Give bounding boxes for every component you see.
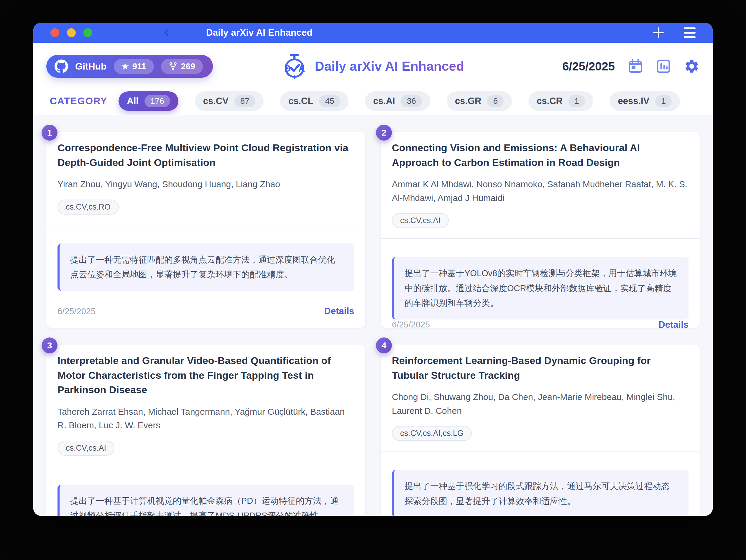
paper-number-badge: 2 [376, 125, 392, 141]
chip-label: cs.CL [288, 96, 313, 107]
paper-card: 3 Interpretable and Granular Video-Based… [46, 345, 365, 516]
paper-category-tag: cs.CV,cs.AI,cs.LG [392, 426, 472, 441]
card-footer: 6/25/2025 Details [392, 320, 689, 331]
fork-icon [169, 62, 177, 71]
paper-number-badge: 3 [41, 337, 57, 353]
window-title: Daily arXiv AI Enhanced [206, 27, 313, 38]
back-chevron-icon[interactable] [163, 27, 171, 38]
category-chip-cs-cl[interactable]: cs.CL 45 [280, 91, 348, 111]
paper-authors: Tahereh Zarrat Ehsan, Michael Tangermann… [57, 405, 354, 432]
bar-chart-icon [656, 59, 671, 74]
close-button[interactable] [51, 28, 59, 37]
titlebar-actions [653, 27, 695, 39]
app-header: GitHub ★911 269 D A Daily arXiv AI En [33, 43, 713, 90]
paper-category-tag: cs.CV,cs.AI [57, 441, 114, 456]
paper-date: 6/25/2025 [392, 320, 430, 329]
github-label: GitHub [75, 61, 107, 72]
chip-label: cs.CR [537, 96, 563, 107]
category-chip-cs-ai[interactable]: cs.AI 36 [365, 91, 430, 111]
details-link[interactable]: Details [324, 306, 354, 317]
github-badge[interactable]: GitHub ★911 269 [46, 55, 213, 78]
maximize-button[interactable] [83, 28, 92, 37]
chip-label: All [127, 96, 139, 107]
paper-summary: 提出了一种基于计算机视觉的量化帕金森病（PD）运动特征的方法，通过视频分析评估手… [57, 484, 354, 516]
chip-count: 1 [569, 95, 585, 107]
paper-card: 4 Reinforcement Learning-Based Dynamic G… [381, 345, 700, 516]
gear-icon [684, 58, 700, 74]
category-chip-all[interactable]: All 176 [118, 91, 178, 111]
chip-label: cs.AI [373, 96, 395, 107]
app-brand: D A Daily arXiv AI Enhanced [282, 53, 464, 80]
chip-count: 6 [487, 95, 504, 107]
new-tab-button[interactable] [653, 27, 664, 39]
card-divider [46, 225, 365, 225]
app-window: Daily arXiv AI Enhanced GitHub ★911 269 [33, 23, 713, 516]
star-icon: ★ [121, 62, 129, 71]
desktop-background: Daily arXiv AI Enhanced GitHub ★911 269 [0, 0, 746, 560]
paper-title: Interpretable and Granular Video-Based Q… [57, 353, 354, 397]
paper-authors: Yiran Zhou, Yingyu Wang, Shoudong Huang,… [57, 177, 354, 191]
plus-icon [653, 27, 664, 39]
paper-date: 6/25/2025 [57, 306, 95, 316]
card-divider [381, 451, 700, 451]
chip-label: cs.GR [455, 96, 482, 107]
hamburger-icon [684, 27, 695, 38]
chip-count: 45 [319, 95, 340, 107]
menu-button[interactable] [684, 27, 695, 38]
paper-authors: Ammar K Al Mhdawi, Nonso Nnamoko, Safana… [392, 177, 689, 205]
chip-count: 1 [655, 95, 672, 107]
paper-card: 2 Connecting Vision and Emissions: A Beh… [381, 132, 700, 328]
fork-count: 269 [181, 62, 195, 71]
paper-category-tag: cs.CV,cs.AI [392, 213, 449, 228]
github-forks: 269 [161, 59, 203, 74]
paper-summary: 提出了一种基于强化学习的段式跟踪方法，通过马尔可夫决策过程动态探索分段图，显著提… [392, 470, 689, 516]
stats-button[interactable] [656, 59, 671, 74]
chip-label: eess.IV [618, 96, 650, 107]
details-link[interactable]: Details [658, 320, 689, 330]
paper-title: Correspondence-Free Multiview Point Clou… [57, 141, 354, 170]
page-title: Daily arXiv AI Enhanced [315, 59, 464, 74]
title-bar: Daily arXiv AI Enhanced [33, 23, 713, 43]
card-footer: 6/25/2025 Details [57, 306, 354, 318]
paper-number-badge: 4 [376, 337, 392, 353]
paper-summary: 提出了一种基于YOLOv8的实时车辆检测与分类框架，用于估算城市环境中的碳排放。… [392, 257, 689, 319]
paper-summary: 提出了一种无需特征匹配的多视角点云配准方法，通过深度图联合优化点云位姿和全局地图… [57, 243, 354, 291]
settings-button[interactable] [684, 58, 700, 74]
category-chip-cs-gr[interactable]: cs.GR 6 [447, 91, 512, 111]
chip-label: cs.CV [203, 96, 229, 107]
chip-count: 176 [144, 95, 170, 107]
paper-number-badge: 1 [41, 125, 57, 141]
traffic-lights [51, 28, 92, 37]
category-chip-cs-cv[interactable]: cs.CV 87 [195, 91, 264, 111]
calendar-button[interactable] [628, 59, 643, 74]
paper-authors: Chong Di, Shuwang Zhou, Da Chen, Jean-Ma… [392, 390, 689, 418]
chip-count: 87 [234, 95, 255, 107]
paper-title: Connecting Vision and Emissions: A Behav… [392, 141, 689, 170]
minimize-button[interactable] [67, 28, 76, 37]
current-date: 6/25/2025 [562, 60, 615, 73]
svg-text:D: D [284, 63, 291, 74]
chip-count: 36 [401, 95, 422, 107]
star-count: 911 [133, 62, 146, 71]
github-icon [55, 60, 68, 73]
paper-list: 1 Correspondence-Free Multiview Point Cl… [33, 115, 713, 516]
paper-category-tag: cs.CV,cs.RO [57, 200, 119, 214]
category-chip-eess-iv[interactable]: eess.IV 1 [610, 91, 680, 111]
card-divider [46, 466, 365, 466]
header-controls: 6/25/2025 [562, 58, 700, 74]
category-filter-bar: CATEGORY All 176 cs.CV 87 cs.CL 45 cs.AI… [33, 90, 713, 115]
github-stars: ★911 [114, 59, 154, 74]
category-label: CATEGORY [50, 95, 107, 107]
card-divider [381, 238, 700, 239]
paper-card: 1 Correspondence-Free Multiview Point Cl… [46, 132, 365, 328]
paper-title: Reinforcement Learning-Based Dynamic Gro… [392, 353, 689, 383]
calendar-icon [628, 59, 643, 74]
category-chip-cs-cr[interactable]: cs.CR 1 [528, 91, 593, 111]
app-logo-stopwatch-icon: D A [282, 53, 307, 80]
